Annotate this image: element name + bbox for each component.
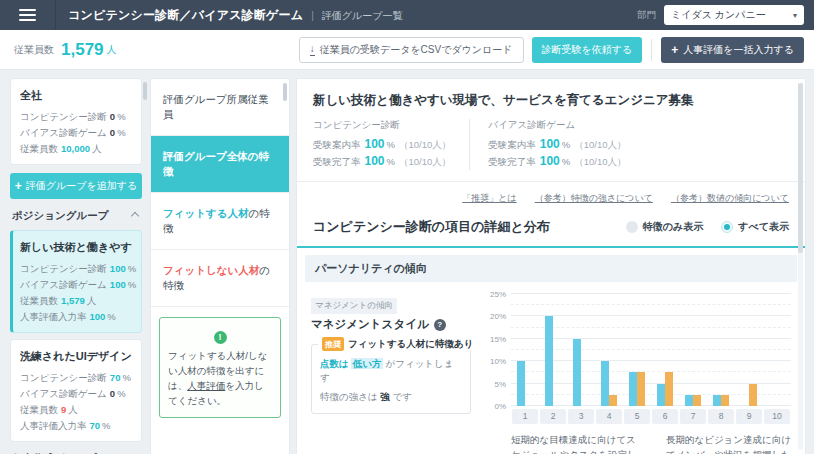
sidebar-section-position-groups[interactable]: ポジショングループ <box>10 199 142 230</box>
bar-group <box>707 294 735 406</box>
bar-group <box>539 294 567 406</box>
tab-fit-features[interactable]: フィットする人材の特徴 <box>151 193 289 250</box>
stat-row: 受験案内率100%（10/10人） <box>488 136 626 153</box>
stat-row: 従業員数1,579人 <box>20 293 132 309</box>
plot-area <box>511 294 791 406</box>
y-tick-label: 5% <box>494 379 506 388</box>
employee-count-unit: 人 <box>107 43 117 57</box>
sidebar-scrollbar[interactable] <box>143 82 147 100</box>
bar <box>693 395 701 406</box>
csv-download-label: 従業員の受験データをCSVでダウンロード <box>320 43 513 57</box>
stat-row: 受験完了率100%（10/10人） <box>313 153 451 170</box>
y-tick-label: 25% <box>490 290 506 299</box>
alert-icon: ! <box>214 331 227 344</box>
csv-download-button[interactable]: ↓ 従業員の受験データをCSVでダウンロード <box>299 37 524 63</box>
add-group-button[interactable]: + 評価グループを追加する <box>10 173 142 199</box>
bulk-evaluation-label: 人事評価を一括入力する <box>683 43 794 57</box>
view-tabs: 評価グループ所属従業員 評価グループ全体の特徴 フィットする人材の特徴 フィット… <box>150 78 290 454</box>
group-card-selected[interactable]: 新しい技術と働きやすい現… コンピテンシー診断100%バイアス診断ゲーム100%… <box>10 230 142 333</box>
distribution-section-header: コンピテンシー診断の項目の詳細と分布 特徴のみ表示 すべて表示 <box>297 205 805 246</box>
bias-summary: バイアス診断ゲーム 受験案内率100%（10/10人） 受験完了率100%（10… <box>469 119 644 170</box>
link-about-trend[interactable]: （参考）数値の傾向について <box>671 192 789 205</box>
x-tick-label: 9 <box>736 409 762 424</box>
radio-selected-icon <box>721 221 733 233</box>
bar <box>685 395 693 406</box>
chevron-up-icon <box>131 212 139 220</box>
x-tick-label: 2 <box>540 409 566 424</box>
radio-icon <box>626 221 638 233</box>
y-tick-label: 15% <box>490 334 506 343</box>
main-scrollbar[interactable] <box>798 83 803 253</box>
tab-label: 評価グループ全体の特徴 <box>163 149 277 179</box>
personality-banner: パーソナリティの傾向 <box>305 255 797 282</box>
x-tick-label: 8 <box>708 409 734 424</box>
employee-count-label: 従業員数 <box>14 43 54 57</box>
x-tick-label: 4 <box>596 409 622 424</box>
help-links: 「推奨」とは （参考）特徴の強さについて （参考）数値の傾向について <box>297 182 805 205</box>
distribution-title: コンピテンシー診断の項目の詳細と分布 <box>313 218 550 236</box>
bar <box>665 372 673 406</box>
download-icon: ↓ <box>310 44 315 56</box>
x-tick-label: 7 <box>680 409 706 424</box>
group-card-stats: コンピテンシー診断70%バイアス診断ゲーム0%従業員数9人人事評価入力率70% <box>20 370 132 434</box>
toolbar: 従業員数 1,579 人 ↓ 従業員の受験データをCSVでダウンロード 診断受験… <box>0 30 814 70</box>
tab-unfit-features[interactable]: フィットしない人材の特徴 <box>151 250 289 307</box>
group-card[interactable]: 洗練されたUIデザインで最… コンピテンシー診断70%バイアス診断ゲーム0%従業… <box>10 339 142 442</box>
bar <box>573 339 581 406</box>
plus-icon: + <box>15 179 22 193</box>
section-divider <box>297 246 805 248</box>
radio-features-only[interactable]: 特徴のみ表示 <box>626 220 703 234</box>
body: 全社 コンピテンシー診断0%バイアス診断ゲーム0%従業員数10,000人 + 評… <box>0 70 814 454</box>
axis-low-description: 短期的な目標達成に向けてスケジュールやタスクを設定した上で、メンバーの自主性を尊… <box>511 433 643 454</box>
stat-row: 受験完了率100%（10/10人） <box>488 153 626 170</box>
personality-content: マネジメントの傾向 マネジメントスタイル ? 推奨 フィットする人材に特徴あり … <box>297 282 805 454</box>
company-card[interactable]: 全社 コンピテンシー診断0%バイアス診断ゲーム0%従業員数10,000人 <box>10 78 142 165</box>
tab-group-members[interactable]: 評価グループ所属従業員 <box>151 79 289 136</box>
stat-row: 従業員数10,000人 <box>20 141 132 157</box>
fit-line: 点数は低い方がフィットします <box>320 357 462 386</box>
department-label: 部門 <box>637 9 656 22</box>
top-header: コンピテンシー診断／バイアス診断ゲーム | 評価グループ一覧 部門 ミイダス カ… <box>0 0 814 30</box>
chevron-down-icon: ▾ <box>793 11 797 20</box>
bar-group <box>679 294 707 406</box>
tabs-scrollbar[interactable] <box>283 83 287 101</box>
bar-group <box>567 294 595 406</box>
tab-group-overall-features[interactable]: 評価グループ全体の特徴 <box>151 136 289 193</box>
radio-show-all[interactable]: すべて表示 <box>721 220 789 234</box>
menu-icon[interactable] <box>0 0 56 30</box>
management-tag: マネジメントの傾向 <box>311 298 397 314</box>
bar-group <box>651 294 679 406</box>
employee-count: 1,579 <box>61 40 104 60</box>
competency-summary: コンピテンシー診断 受験案内率100%（10/10人） 受験完了率100%（10… <box>313 119 469 170</box>
stat-row: コンピテンシー診断100% <box>20 261 132 277</box>
link-about-strength[interactable]: （参考）特徴の強さについて <box>535 192 653 205</box>
axis-descriptions: 短期的な目標達成に向けてスケジュールやタスクを設定した上で、メンバーの自主性を尊… <box>511 433 791 454</box>
app: コンピテンシー診断／バイアス診断ゲーム | 評価グループ一覧 部門 ミイダス カ… <box>0 0 814 454</box>
stat-row: 従業員数9人 <box>20 402 132 418</box>
y-axis: 0%5%10%15%20%25% <box>483 294 511 406</box>
group-title: 新しい技術と働きやすい現場で、サービスを育てるエンジニア募集 <box>313 92 789 109</box>
link-about-recommend[interactable]: 「推奨」とは <box>462 192 516 205</box>
request-assessment-button[interactable]: 診断受験を依頼する <box>532 37 643 63</box>
department-select[interactable]: ミイダス カンパニー ▾ <box>664 5 804 25</box>
display-toggle: 特徴のみ表示 すべて表示 <box>626 220 789 234</box>
bar <box>517 361 525 406</box>
help-icon[interactable]: ? <box>434 319 446 331</box>
stat-row: 人事評価入力率70% <box>20 418 132 434</box>
evaluation-link[interactable]: 人事評価 <box>187 380 225 391</box>
bar <box>713 395 721 406</box>
bar <box>609 395 617 406</box>
group-summary: 新しい技術と働きやすい現場で、サービスを育てるエンジニア募集 コンピテンシー診断… <box>297 79 805 182</box>
group-sidebar: 全社 コンピテンシー診断0%バイアス診断ゲーム0%従業員数10,000人 + 評… <box>0 78 148 454</box>
request-assessment-label: 診断受験を依頼する <box>542 43 633 57</box>
company-card-title: 全社 <box>20 88 132 103</box>
y-tick-label: 20% <box>490 312 506 321</box>
tab-label: フィットしない人材の特徴 <box>163 263 277 293</box>
recommend-badge: 推奨 <box>322 337 344 351</box>
sidebar-section-custom-groups[interactable]: 任意作成グループ <box>10 442 142 454</box>
breadcrumb: 評価グループ一覧 <box>322 9 403 23</box>
bar-group <box>763 294 791 406</box>
distribution-chart: 0%5%10%15%20%25% 12345678910 短期的な目標達成に向け… <box>483 294 791 454</box>
bulk-evaluation-button[interactable]: + 人事評価を一括入力する <box>661 37 804 63</box>
app-title: コンピテンシー診断／バイアス診断ゲーム <box>68 7 303 24</box>
